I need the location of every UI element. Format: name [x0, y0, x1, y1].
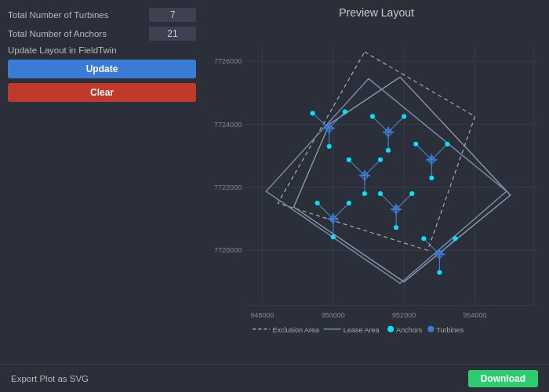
svg-point-63: [331, 234, 336, 239]
svg-point-52: [413, 142, 418, 147]
svg-point-71: [409, 191, 414, 196]
svg-rect-0: [207, 38, 546, 345]
sidebar: Total Number of Turbines 7 Total Number …: [0, 0, 204, 364]
chart-area: Preview Layout 7726000 7724000: [204, 0, 549, 364]
svg-text:7726000: 7726000: [214, 57, 242, 65]
svg-text:Anchors: Anchors: [396, 326, 423, 334]
svg-point-43: [347, 158, 351, 162]
svg-point-25: [311, 111, 315, 116]
update-layout-label: Update Layout in FieldTwin: [8, 45, 117, 55]
svg-point-70: [378, 191, 383, 196]
svg-text:7720000: 7720000: [214, 246, 242, 254]
anchors-label: Total Number of Anchors: [8, 29, 107, 38]
svg-point-26: [343, 110, 347, 114]
svg-point-91: [427, 326, 434, 332]
svg-text:Exclusion Area: Exclusion Area: [272, 326, 320, 334]
svg-text:7722000: 7722000: [214, 183, 242, 191]
export-label: Export Plot as SVG: [11, 374, 89, 383]
svg-point-79: [421, 236, 426, 241]
svg-text:Turbines: Turbines: [436, 326, 464, 334]
update-button[interactable]: Update: [8, 60, 196, 78]
svg-point-80: [453, 236, 457, 241]
svg-point-53: [445, 142, 449, 147]
svg-point-35: [402, 114, 406, 119]
svg-point-54: [429, 176, 434, 180]
download-button[interactable]: Download: [468, 370, 538, 387]
chart-title: Preview Layout: [207, 6, 546, 19]
turbines-row: Total Number of Turbines 7: [8, 8, 196, 22]
svg-point-61: [315, 201, 320, 205]
svg-text:950000: 950000: [322, 311, 345, 319]
anchors-row: Total Number of Anchors 21: [8, 27, 196, 41]
svg-point-45: [362, 191, 367, 196]
svg-point-72: [394, 225, 398, 230]
turbines-value: 7: [149, 8, 196, 22]
clear-button[interactable]: Clear: [8, 83, 196, 102]
turbines-label: Total Number of Turbines: [8, 10, 108, 20]
svg-point-34: [370, 114, 375, 119]
anchors-value: 21: [149, 27, 196, 41]
update-layout-row: Update Layout in FieldTwin: [8, 45, 196, 55]
svg-point-81: [437, 270, 442, 274]
chart-wrapper: 7726000 7724000 7722000 7720000 948000 9…: [207, 22, 546, 361]
svg-point-44: [378, 158, 383, 162]
svg-point-36: [386, 148, 391, 153]
svg-point-89: [387, 326, 394, 332]
svg-text:Lease Area: Lease Area: [344, 326, 380, 334]
svg-text:7724000: 7724000: [214, 121, 242, 129]
preview-plot: 7726000 7724000 7722000 7720000 948000 9…: [207, 22, 546, 361]
svg-text:952000: 952000: [392, 311, 416, 319]
svg-point-27: [327, 144, 332, 149]
svg-point-62: [347, 201, 351, 205]
footer: Export Plot as SVG Download: [0, 364, 549, 392]
svg-text:954000: 954000: [464, 311, 487, 319]
main-layout: Total Number of Turbines 7 Total Number …: [0, 0, 549, 364]
svg-text:948000: 948000: [250, 311, 274, 319]
